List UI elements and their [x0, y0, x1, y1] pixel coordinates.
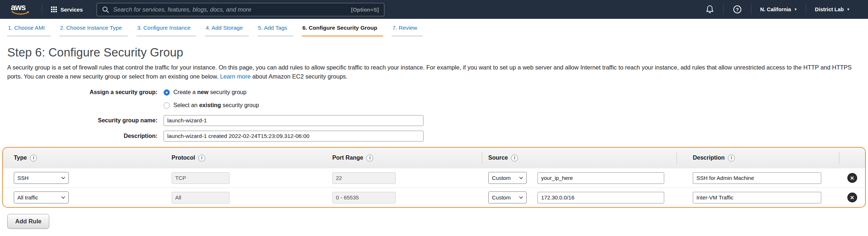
tab-review[interactable]: 7. Review	[392, 25, 423, 37]
top-navigation-bar: aws Services [Option+S] ?	[0, 0, 868, 19]
column-label: Port Range	[332, 155, 363, 161]
rule-description-cell	[677, 188, 839, 207]
delete-rule-button[interactable]: ✕	[847, 173, 857, 183]
actions-cell: ✕	[839, 168, 865, 187]
tab-add-storage[interactable]: 4. Add Storage	[205, 25, 249, 37]
column-header-protocol: Protocol i	[161, 148, 321, 168]
search-icon	[102, 6, 109, 13]
radio-select-existing-security-group[interactable]: Select an existing security group	[164, 102, 259, 109]
tab-choose-ami[interactable]: 1. Choose AMI	[7, 25, 51, 37]
port-range-readonly-input	[332, 192, 396, 203]
description-row: Description:	[0, 131, 868, 142]
tab-add-tags[interactable]: 5. Add Tags	[257, 25, 293, 37]
radio-create-new-security-group[interactable]: Create a new security group	[164, 89, 247, 96]
type-cell: All traffic	[3, 188, 161, 207]
chevron-down-icon: ▼	[847, 8, 850, 11]
source-mode-select[interactable]: Custom	[488, 191, 527, 203]
info-icon[interactable]: i	[366, 155, 373, 161]
info-icon[interactable]: i	[30, 155, 37, 161]
aws-smile-icon	[11, 11, 30, 15]
type-cell: SSH	[3, 168, 161, 187]
select-existing-security-group-row: Select an existing security group	[0, 102, 868, 109]
aws-logo[interactable]: aws	[11, 3, 32, 16]
delete-x-icon: ✕	[850, 175, 854, 181]
rule-description-cell	[677, 168, 839, 187]
radio-selected-icon[interactable]	[164, 89, 170, 96]
chevron-down-icon	[61, 177, 65, 179]
info-icon[interactable]: i	[198, 155, 205, 161]
port-range-readonly-input	[332, 172, 396, 184]
rule-description-input[interactable]	[693, 192, 821, 203]
security-group-name-row: Security group name:	[0, 115, 868, 126]
help-question-icon: ?	[733, 5, 742, 14]
radio-label: Create a new security group	[173, 89, 247, 96]
radio-unselected-icon[interactable]	[164, 102, 170, 109]
topbar-right-cluster: ? N. California ▼ District Lab ▼	[696, 4, 859, 14]
security-group-form: Assign a security group: Create a new se…	[0, 89, 868, 142]
actions-cell: ✕	[839, 188, 865, 207]
column-header-actions	[839, 148, 865, 168]
services-grid-icon	[51, 7, 57, 12]
protocol-readonly-input	[172, 192, 229, 203]
column-label: Type	[14, 155, 27, 161]
help-button[interactable]: ?	[724, 5, 751, 14]
search-keyboard-shortcut: [Option+S]	[351, 7, 379, 13]
selected-value: Custom	[492, 194, 511, 201]
type-select[interactable]: All traffic	[14, 191, 69, 203]
page-description: A security group is a set of firewall ru…	[7, 63, 861, 81]
protocol-cell	[161, 168, 321, 187]
radio-label: Select an existing security group	[173, 102, 259, 109]
learn-more-link[interactable]: Learn more	[220, 73, 250, 80]
column-label: Description	[693, 155, 725, 161]
column-label: Protocol	[172, 155, 195, 161]
rule-description-input[interactable]	[693, 172, 821, 184]
page-title: Step 6: Configure Security Group	[7, 46, 868, 59]
tab-configure-instance[interactable]: 3. Configure Instance	[136, 25, 196, 37]
protocol-readonly-input	[172, 172, 229, 184]
account-menu[interactable]: District Lab ▼	[806, 7, 859, 12]
source-mode-select[interactable]: Custom	[488, 172, 527, 184]
chevron-down-icon	[519, 177, 523, 179]
delete-rule-button[interactable]: ✕	[847, 193, 857, 202]
source-value-input[interactable]	[538, 172, 664, 184]
security-group-description-input[interactable]	[164, 131, 424, 142]
security-group-name-label: Security group name:	[0, 117, 164, 124]
tab-configure-security-group[interactable]: 6. Configure Security Group	[302, 25, 383, 37]
page-description-tail: about Amazon EC2 security groups.	[250, 73, 347, 80]
column-divider	[677, 152, 677, 164]
security-group-name-input[interactable]	[164, 115, 424, 126]
info-icon[interactable]: i	[511, 155, 518, 161]
svg-text:?: ?	[736, 7, 739, 12]
column-label: Source	[488, 155, 508, 161]
assign-security-group-label: Assign a security group:	[0, 89, 164, 96]
type-select[interactable]: SSH	[14, 172, 69, 184]
delete-x-icon: ✕	[850, 195, 854, 201]
notifications-button[interactable]	[696, 5, 723, 14]
column-header-description: Description i	[677, 148, 839, 168]
launch-wizard-steps: 1. Choose AMI 2. Choose Instance Type 3.…	[0, 19, 868, 37]
column-divider	[482, 152, 482, 164]
table-row: All traffic Custom ✕	[3, 187, 865, 207]
search-input[interactable]	[113, 6, 347, 13]
column-header-port-range: Port Range i	[321, 148, 482, 168]
security-rules-table: Type i Protocol i Port Range i Source i …	[2, 147, 866, 208]
chevron-down-icon: ▼	[794, 8, 797, 11]
global-search-box[interactable]: [Option+S]	[97, 3, 384, 16]
region-selector[interactable]: N. California ▼	[751, 7, 806, 12]
page-description-text: A security group is a set of firewall ru…	[7, 64, 852, 80]
source-value-input[interactable]	[538, 192, 664, 203]
protocol-cell	[161, 188, 321, 207]
rules-table-header: Type i Protocol i Port Range i Source i …	[3, 148, 865, 168]
selected-value: All traffic	[17, 194, 38, 201]
selected-value: Custom	[492, 175, 511, 181]
selected-value: SSH	[17, 175, 29, 181]
add-rule-button[interactable]: Add Rule	[7, 214, 49, 229]
table-row: SSH Custom ✕	[3, 168, 865, 187]
aws-logo-text: aws	[11, 3, 32, 11]
info-icon[interactable]: i	[728, 155, 735, 161]
port-range-cell	[321, 188, 482, 207]
tab-choose-instance-type[interactable]: 2. Choose Instance Type	[59, 25, 128, 37]
services-menu-button[interactable]: Services	[42, 7, 92, 13]
column-header-source: Source i	[482, 148, 677, 168]
column-divider	[839, 152, 839, 164]
